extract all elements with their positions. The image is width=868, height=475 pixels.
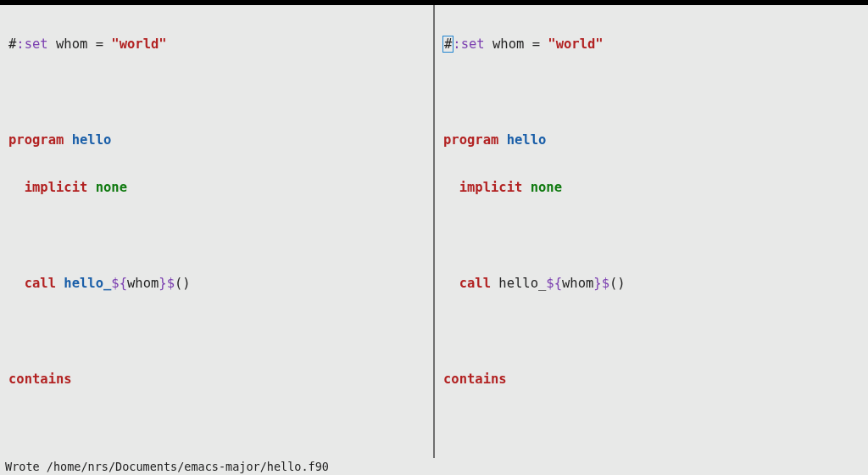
blank-line bbox=[443, 81, 863, 104]
blank-line bbox=[443, 224, 863, 248]
hash-icon: # bbox=[8, 36, 16, 52]
code-line: call hello_${whom}$() bbox=[8, 271, 428, 295]
code-line: implicit none bbox=[443, 176, 863, 199]
code-line: #:set whom = "world" bbox=[443, 32, 863, 56]
code-line: program hello bbox=[8, 128, 428, 152]
code-line: contains bbox=[443, 367, 863, 391]
right-pane[interactable]: #:set whom = "world" program hello impli… bbox=[435, 5, 868, 458]
left-buffer[interactable]: #:set whom = "world" program hello impli… bbox=[0, 5, 433, 458]
emacs-frame: #:set whom = "world" program hello impli… bbox=[0, 0, 868, 475]
code-line: program hello bbox=[443, 128, 863, 152]
blank-line bbox=[8, 81, 428, 104]
code-line: #:set whom = "world" bbox=[8, 32, 428, 56]
code-line: implicit none bbox=[8, 176, 428, 199]
right-buffer[interactable]: #:set whom = "world" program hello impli… bbox=[435, 5, 868, 458]
code-line: call hello_${whom}$() bbox=[443, 271, 863, 295]
blank-line bbox=[8, 320, 428, 344]
echo-area: Wrote /home/nrs/Documents/emacs-major/he… bbox=[0, 458, 868, 475]
split-panes: #:set whom = "world" program hello impli… bbox=[0, 5, 868, 458]
blank-line bbox=[8, 224, 428, 248]
blank-line bbox=[443, 415, 863, 439]
blank-line bbox=[443, 320, 863, 344]
echo-message: Wrote /home/nrs/Documents/emacs-major/he… bbox=[5, 460, 329, 473]
code-line: contains bbox=[8, 367, 428, 391]
hash-icon: # bbox=[443, 36, 453, 52]
left-pane[interactable]: #:set whom = "world" program hello impli… bbox=[0, 5, 433, 458]
blank-line bbox=[8, 415, 428, 439]
